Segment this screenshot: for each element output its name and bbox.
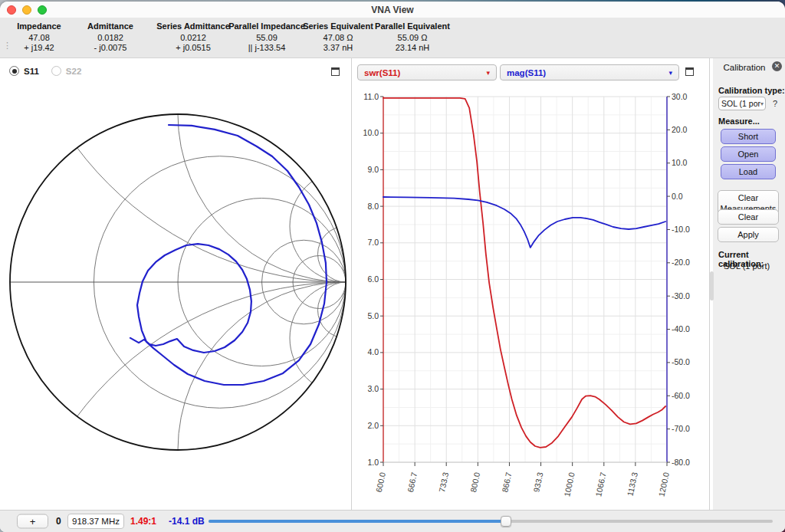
x-axis-tick-label: 1200.0 [657, 471, 671, 498]
main-area: S11 S22 swr(S11) ▾ mag(S11) ▾ 11.010.09.… [0, 58, 785, 511]
smith-panel: S11 S22 [0, 58, 351, 511]
right-axis-tick-label: -10.0 [672, 225, 690, 234]
slider-fill [209, 520, 506, 523]
mag(S11)-curve [383, 197, 665, 248]
left-axis-tick-label: 7.0 [367, 238, 379, 247]
s22-radio-label: S22 [66, 67, 81, 76]
current-calibration-value: SOL (1 port) [724, 261, 770, 271]
right-axis-tick-label: 30.0 [672, 92, 688, 101]
drag-handle-icon[interactable]: ⋮ [3, 44, 11, 47]
x-axis-tick-label: 1133.3 [626, 471, 639, 497]
measurements-header: ⋮ Impedance 47.08 + j19.42 Admittance 0.… [0, 18, 785, 58]
calibration-title: Calibration [713, 63, 776, 72]
panel-divider[interactable] [351, 58, 352, 511]
marker-frequency-slider[interactable] [209, 516, 773, 527]
calibration-type-label: Calibration type: [718, 86, 785, 95]
right-axis-tick-label: -20.0 [672, 258, 690, 267]
right-axis-tick-label: -70.0 [672, 424, 690, 433]
right-axis-tick-label: -50.0 [672, 357, 690, 366]
add-marker-button[interactable]: + [17, 514, 48, 529]
left-axis-tick-label: 10.0 [363, 128, 379, 137]
x-axis-tick-label: 666.7 [406, 471, 419, 493]
clear-button[interactable]: Clear [718, 209, 779, 225]
window-title: VNA View [0, 5, 785, 15]
left-axis-tick-label: 3.0 [367, 384, 379, 393]
measurement-admittance: Admittance 0.0182 - j0.0075 [87, 21, 133, 53]
x-axis-tick-label: 933.3 [531, 471, 544, 493]
detach-smith-window-icon[interactable] [331, 67, 340, 76]
detach-chart-window-icon[interactable] [685, 67, 694, 76]
x-axis-tick-label: 866.7 [500, 471, 513, 493]
chevron-down-icon: ▾ [760, 100, 764, 107]
calibration-panel: Calibration ✕ Calibration type: SOL (1 p… [713, 58, 785, 511]
right-axis-tick-label: 20.0 [672, 125, 688, 134]
marker-mag-readout: -14.1 dB [169, 516, 205, 527]
s11-radio-label: S11 [24, 67, 39, 76]
x-axis-tick-label: 800.0 [468, 471, 481, 493]
left-axis-tick-label: 8.0 [367, 202, 379, 211]
series2-dropdown[interactable]: mag(S11) ▾ [500, 64, 679, 80]
left-axis-tick-label: 1.0 [367, 458, 379, 467]
series2-dropdown-value: mag(S11) [507, 68, 546, 77]
app-window: VNA View ⋮ Impedance 47.08 + j19.42 Admi… [0, 2, 785, 532]
slider-handle[interactable] [501, 516, 511, 527]
s22-radio[interactable] [51, 66, 61, 76]
help-button[interactable]: ? [773, 99, 777, 108]
swr-mag-chart: 11.010.09.08.07.06.05.04.03.02.01.030.02… [353, 84, 709, 511]
swr(S11)-curve [383, 98, 665, 448]
left-axis-tick-label: 6.0 [367, 274, 379, 284]
series1-dropdown[interactable]: swr(S11) ▾ [357, 64, 497, 80]
measurement-parallel-equivalent: Parallel Equivalent 55.09 Ω 23.14 nH [375, 21, 450, 53]
load-button[interactable]: Load [721, 164, 776, 179]
open-button[interactable]: Open [721, 146, 776, 162]
measurement-series-admittance: Series Admittance 0.0212 + j0.0515 [156, 21, 230, 53]
apply-button[interactable]: Apply [718, 227, 779, 242]
right-axis-tick-label: -80.0 [672, 458, 690, 467]
left-axis-tick-label: 9.0 [367, 165, 379, 174]
marker-bar: + 0 918.37 MHz 1.49:1 -14.1 dB [0, 510, 785, 532]
measurement-impedance: Impedance 47.08 + j19.42 [17, 21, 61, 53]
title-bar: VNA View [0, 2, 785, 18]
left-axis-tick-label: 4.0 [367, 347, 379, 356]
x-axis-tick-label: 1066.7 [593, 471, 607, 498]
x-axis-tick-label: 600.0 [374, 471, 387, 493]
close-panel-icon[interactable]: ✕ [772, 61, 782, 71]
right-axis-tick-label: 10.0 [672, 158, 688, 167]
marker-index: 0 [56, 516, 61, 527]
s11-radio[interactable] [9, 66, 19, 76]
x-axis-tick-label: 733.3 [437, 471, 450, 493]
chart-panel: swr(S11) ▾ mag(S11) ▾ 11.010.09.08.07.06… [353, 58, 709, 511]
chevron-down-icon: ▾ [668, 69, 672, 77]
marker-frequency-field[interactable]: 918.37 MHz [67, 514, 124, 529]
scrollbar-thumb[interactable] [710, 271, 714, 300]
right-axis-tick-label: 0.0 [672, 192, 683, 201]
smith-chart [0, 84, 351, 511]
right-axis-tick-label: -60.0 [672, 391, 690, 400]
calibration-type-dropdown[interactable]: SOL (1 por ▾ [718, 97, 766, 110]
measurement-series-equivalent: Series Equivalent 47.08 Ω 3.37 nH [303, 21, 373, 53]
marker-swr-readout: 1.49:1 [130, 516, 156, 527]
smith-reactance-arcs [10, 84, 351, 511]
right-axis-tick-label: -30.0 [672, 291, 690, 300]
calibration-type-value: SOL (1 por [721, 99, 760, 108]
series1-dropdown-value: swr(S11) [364, 68, 400, 77]
left-axis-tick-label: 5.0 [367, 311, 379, 320]
chevron-down-icon: ▾ [486, 69, 490, 77]
x-axis-tick-label: 1000.0 [562, 471, 576, 498]
left-axis-tick-label: 11.0 [363, 92, 379, 101]
measurement-parallel-impedance: Parallel Impedance 55.09 || j-133.54 [228, 21, 305, 53]
left-axis-tick-label: 2.0 [367, 421, 379, 430]
right-axis-tick-label: -40.0 [672, 324, 690, 333]
measure-label: Measure... [718, 117, 760, 126]
short-button[interactable]: Short [721, 129, 776, 144]
